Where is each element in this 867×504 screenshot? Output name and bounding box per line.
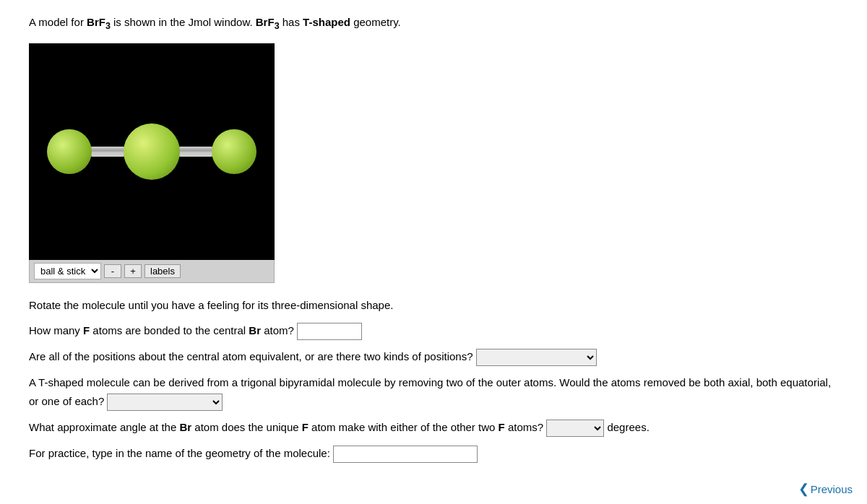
q5-mid: atom does the unique [191,421,302,433]
q5-f1-label: F [302,421,309,433]
q5-pre: What approximate angle at the [29,421,179,433]
atom-right [212,129,256,174]
q3-text: Are all of the positions about the centr… [29,350,473,362]
questions-block: Rotate the molecule until you have a fee… [29,296,838,463]
q4-answer-select[interactable]: Both axial Both equatorial One of each [107,394,223,411]
question4-line: A T-shaped molecule can be derived from … [29,373,838,411]
formula1: BrF3 [87,16,111,28]
q2-pre: How many [29,324,83,336]
q5-answer-select[interactable]: 90 120 180 [546,420,604,437]
q5-br-label: Br [179,421,191,433]
question1: Rotate the molecule until you have a fee… [29,296,838,315]
q5-mid2: atom make with either of the other two [309,421,499,433]
question2-line: How many F atoms are bonded to the centr… [29,321,838,340]
q2-end: atom? [261,324,294,336]
question5-line: What approximate angle at the Br atom do… [29,418,838,437]
previous-button[interactable]: ❮ Previous [798,481,853,487]
jmol-toolbar: ball & stick wireframe spacefill - + lab… [29,260,275,283]
atom-center [124,123,180,180]
intro-paragraph: A model for BrF3 is shown in the Jmol wi… [29,14,838,33]
zoom-out-button[interactable]: - [104,264,121,278]
q5-f2-label: F [499,421,505,433]
jmol-canvas[interactable] [29,43,275,260]
bond-left [89,147,126,157]
q6-text: For practice, type in the name of the ge… [29,447,330,459]
q2-mid: atoms are bonded to the central [90,324,249,336]
labels-button[interactable]: labels [144,264,181,278]
intro-text-geometry-pre: has [280,16,303,28]
q6-answer-input[interactable] [333,446,478,463]
formula2: BrF3 [256,16,280,28]
geometry-label: T-shaped [303,16,350,28]
atom-left [47,129,92,174]
q2-f-label: F [83,324,90,336]
q5-end: atoms? [505,421,543,433]
chevron-left-icon: ❮ [798,481,809,487]
footer-nav: ❮ Previous [784,474,867,487]
question3-line: Are all of the positions about the centr… [29,347,838,366]
q2-answer-input[interactable] [297,323,362,340]
view-select[interactable]: ball & stick wireframe spacefill [34,263,101,279]
question6-line: For practice, type in the name of the ge… [29,444,838,463]
q3-answer-select[interactable]: All equivalent Two kinds of positions [476,349,597,366]
intro-text-before: A model for [29,16,87,28]
intro-text-end: geometry. [350,16,401,28]
q1-text: Rotate the molecule until you have a fee… [29,299,393,311]
bond-right [177,147,215,157]
previous-label: Previous [811,483,853,487]
q2-br-label: Br [249,324,261,336]
jmol-container: ball & stick wireframe spacefill - + lab… [29,43,275,283]
q5-suffix: degrees. [607,421,649,433]
intro-text-after: is shown in the Jmol window. [111,16,256,28]
molecule-display [47,123,256,180]
zoom-in-button[interactable]: + [124,264,142,278]
